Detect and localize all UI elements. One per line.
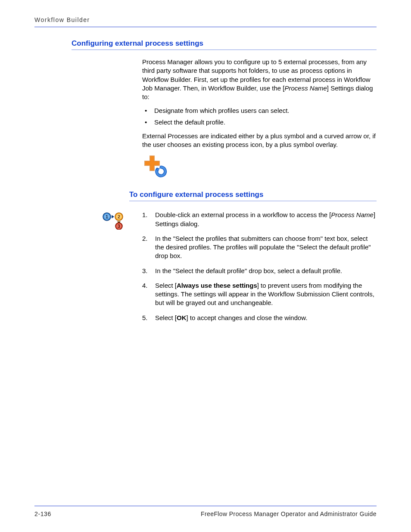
external-process-note: External Processes are indicated either … — [142, 132, 377, 149]
process-name-emphasis: Process Name — [284, 84, 327, 92]
step-text: Double-click an external process in a wo… — [155, 211, 331, 218]
step-1: Double-click an external process in a wo… — [142, 211, 377, 228]
bullet-item: Designate from which profiles users can … — [142, 106, 377, 115]
step-text: Select [ — [155, 314, 177, 321]
svg-marker-6 — [112, 215, 114, 218]
step-text: Select [ — [155, 282, 177, 289]
external-process-plus-refresh-icon — [142, 155, 169, 177]
intro-paragraph: Process Manager allows you to configure … — [142, 58, 377, 149]
step-4: Select [Always use these settings] to pr… — [142, 281, 377, 308]
ok-bold: OK — [177, 314, 187, 321]
always-use-settings-bold: Always use these settings — [177, 282, 257, 289]
step-text: ] to accept changes and close the window… — [187, 314, 308, 321]
book-title: FreeFlow Process Manager Operator and Ad… — [201, 510, 377, 517]
step-2: In the "Select the profiles that submitt… — [142, 234, 377, 261]
svg-text:3: 3 — [118, 224, 120, 229]
section-heading-to-configure: To configure external process settings — [129, 190, 377, 201]
svg-text:2: 2 — [118, 214, 120, 219]
bullet-list: Designate from which profiles users can … — [142, 106, 377, 127]
process-name-emphasis: Process Name — [331, 211, 374, 218]
step-5: Select [OK] to accept changes and close … — [142, 314, 377, 322]
svg-text:1: 1 — [106, 214, 108, 219]
bullet-item: Select the default profile. — [142, 118, 377, 127]
numbered-steps-icon: 1 2 3 — [103, 212, 125, 232]
page-footer: 2-136 FreeFlow Process Manager Operator … — [34, 506, 377, 517]
steps-list: Double-click an external process in a wo… — [142, 211, 377, 322]
external-process-icon-row — [142, 155, 377, 179]
page-number: 2-136 — [34, 510, 51, 517]
step-3: In the "Select the default profile" drop… — [142, 267, 377, 275]
section-heading-configuring: Configuring external process settings — [72, 39, 377, 50]
running-header: Workflow Builder — [34, 16, 377, 27]
